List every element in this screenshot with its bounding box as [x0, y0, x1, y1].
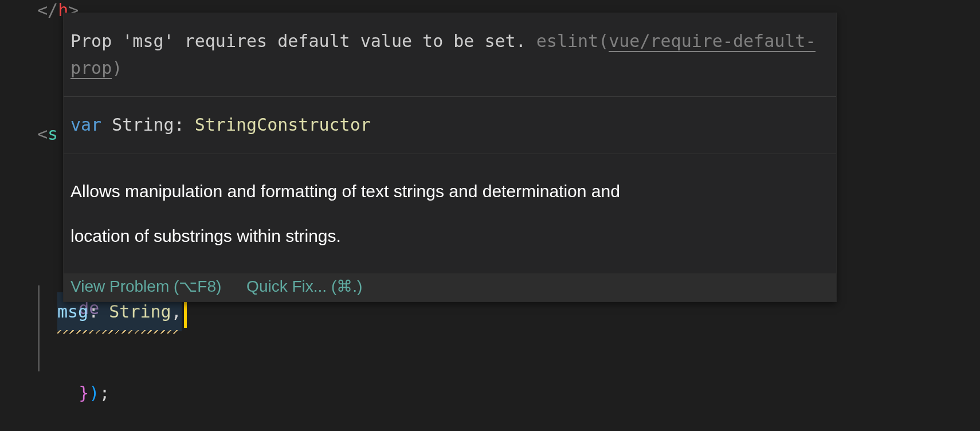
- prop-key: msg: [57, 301, 88, 322]
- code-line[interactable]: });: [37, 331, 109, 431]
- closing-paren: ): [89, 383, 99, 403]
- hover-eslint-section: Prop 'msg' requires default value to be …: [64, 13, 836, 96]
- semicolon: ;: [99, 383, 109, 403]
- eslint-message: Prop 'msg' requires default value to be …: [70, 31, 536, 51]
- hover-doc-section: Allows manipulation and formatting of te…: [64, 154, 836, 273]
- quick-fix-action[interactable]: Quick Fix... (⌘.): [246, 277, 362, 296]
- prop-type: String: [109, 301, 171, 322]
- doc-line: location of substrings within strings.: [70, 214, 829, 258]
- view-problem-action[interactable]: View Problem (⌥F8): [70, 277, 221, 296]
- signature-type: StringConstructor: [195, 115, 371, 135]
- closing-brace: }: [79, 383, 89, 403]
- code-line[interactable]: <s: [37, 113, 58, 155]
- eslint-source: eslint: [536, 31, 598, 51]
- doc-line: Allows manipulation and formatting of te…: [70, 169, 829, 214]
- signature-name: String: [112, 115, 174, 135]
- hover-actions-bar: View Problem (⌥F8) Quick Fix... (⌘.): [64, 273, 836, 301]
- editor-hover-tooltip: Prop 'msg' requires default value to be …: [63, 13, 837, 302]
- code-editor[interactable]: </h> </ <s im de msg: String, }); Prop '…: [0, 0, 980, 431]
- signature-keyword: var: [70, 115, 112, 135]
- hover-type-section: var String: StringConstructor: [64, 96, 836, 154]
